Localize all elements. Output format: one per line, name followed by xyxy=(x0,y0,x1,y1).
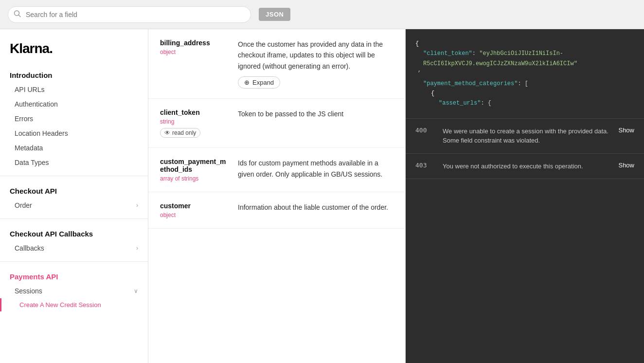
search-wrapper xyxy=(8,6,251,23)
main-layout: Klarna. Introduction API URLs Authentica… xyxy=(0,29,644,363)
field-row-billing-address: billing_address object Once the customer… xyxy=(148,29,405,99)
field-row-customer: customer object Information about the li… xyxy=(148,192,405,229)
sidebar-item-callbacks[interactable]: Callbacks › xyxy=(0,241,148,255)
response-table: 400 We were unable to create a session w… xyxy=(406,119,644,363)
json-button[interactable]: JSON xyxy=(259,8,290,21)
eye-icon: 👁 xyxy=(164,129,170,136)
sidebar-item-api-urls[interactable]: API URLs xyxy=(0,82,148,97)
sidebar-item-authentication[interactable]: Authentication xyxy=(0,97,148,111)
expand-icon: ⊕ xyxy=(244,79,250,86)
field-desc-client-token: Token to be passed to the JS client xyxy=(238,109,394,138)
field-type-customer: object xyxy=(160,212,228,218)
code-block: { "client_token": "eyJhbGciOiJIUzI1NiIsI… xyxy=(406,29,644,119)
code-asset-urls-key: "asset_urls": { xyxy=(415,98,491,108)
chevron-down-icon-sessions: ∨ xyxy=(134,288,138,294)
field-name-billing-address: billing_address xyxy=(160,39,228,47)
field-desc-customer: Information about the liable customer of… xyxy=(238,202,394,218)
response-desc-403: You were not authorized to execute this … xyxy=(443,162,610,171)
section-title-payments-api[interactable]: Payments API xyxy=(0,268,148,284)
sidebar-item-order[interactable]: Order › xyxy=(0,198,148,213)
code-open-brace: { xyxy=(415,40,419,47)
sidebar-item-sessions[interactable]: Sessions ∨ xyxy=(0,284,148,298)
response-desc-400: We were unable to create a session with … xyxy=(443,127,610,145)
field-row-custom-payment-method-ids: custom_payment_method_ids array of strin… xyxy=(148,148,405,192)
sidebar-divider-2 xyxy=(0,218,148,219)
sidebar-item-metadata[interactable]: Metadata xyxy=(0,141,148,155)
response-code-400: 400 xyxy=(415,127,435,134)
sidebar-divider-3 xyxy=(0,261,148,262)
field-left-client-token: client_token string 👁 read only xyxy=(160,109,228,138)
chevron-right-icon: › xyxy=(136,202,138,209)
search-input[interactable] xyxy=(8,6,251,23)
response-show-403[interactable]: Show xyxy=(618,162,634,169)
field-left-billing-address: billing_address object xyxy=(160,39,228,89)
right-panel: { "client_token": "eyJhbGciOiJIUzI1NiIsI… xyxy=(406,29,644,363)
field-row-client-token: client_token string 👁 read only Token to… xyxy=(148,99,405,148)
code-ellipsis: ’ xyxy=(415,69,421,78)
field-name-client-token: client_token xyxy=(160,109,228,116)
sidebar-item-create-credit-session[interactable]: Create A New Credit Session xyxy=(0,298,148,311)
field-desc-billing-address: Once the customer has provided any data … xyxy=(238,39,394,89)
response-code-403: 403 xyxy=(415,162,435,169)
field-badge-read-only: 👁 read only xyxy=(160,128,200,138)
sidebar-item-data-types[interactable]: Data Types xyxy=(0,155,148,170)
sidebar-item-errors[interactable]: Errors xyxy=(0,111,148,126)
logo: Klarna. xyxy=(0,29,148,66)
code-inner-brace: { xyxy=(415,89,434,98)
search-icon xyxy=(14,10,21,19)
field-type-billing-address: object xyxy=(160,49,228,55)
field-left-customer: customer object xyxy=(160,202,228,218)
sidebar-item-location-headers[interactable]: Location Headers xyxy=(0,126,148,141)
field-type-client-token: string xyxy=(160,118,228,125)
code-payment-categories-key: "payment_method_categories": [ xyxy=(415,79,528,89)
expand-button-billing-address[interactable]: ⊕ Expand xyxy=(238,76,280,89)
field-left-custom-payment: custom_payment_method_ids array of strin… xyxy=(160,158,228,182)
section-title-introduction: Introduction xyxy=(0,66,148,82)
response-row-400: 400 We were unable to create a session w… xyxy=(406,119,644,154)
svg-line-1 xyxy=(19,15,21,17)
field-name-customer: customer xyxy=(160,202,228,210)
field-name-custom-payment: custom_payment_method_ids xyxy=(160,158,228,173)
section-title-checkout-callbacks: Checkout API Callbacks xyxy=(0,225,148,241)
chevron-right-icon-callbacks: › xyxy=(136,245,138,252)
code-client-token-key: "client_token": "eyJhbGciOiJIUzI1NiIsIn-… xyxy=(415,49,634,69)
sidebar: Klarna. Introduction API URLs Authentica… xyxy=(0,29,148,363)
sidebar-divider-1 xyxy=(0,176,148,176)
field-desc-custom-payment: Ids for custom payment methods available… xyxy=(238,158,394,182)
section-title-checkout-api: Checkout API xyxy=(0,182,148,198)
field-type-custom-payment: array of strings xyxy=(160,175,228,182)
top-bar: JSON xyxy=(0,0,644,29)
middle-content: billing_address object Once the customer… xyxy=(148,29,406,363)
response-row-403: 403 You were not authorized to execute t… xyxy=(406,154,644,180)
response-show-400[interactable]: Show xyxy=(618,127,634,134)
